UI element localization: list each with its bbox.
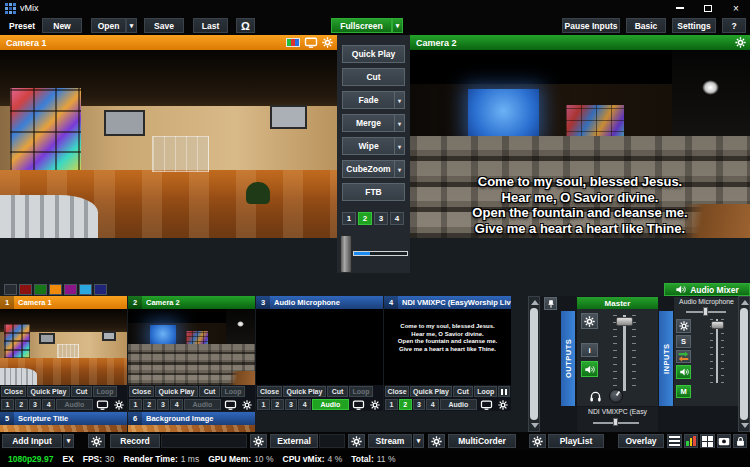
category-color-orange[interactable] — [49, 284, 62, 295]
wipe-dropdown-icon[interactable]: ▾ — [394, 138, 404, 154]
category-color-purple[interactable] — [64, 284, 77, 295]
quick-play-button[interactable]: Quick Play — [27, 386, 70, 397]
category-color-navy[interactable] — [94, 284, 107, 295]
fullscreen-monitor-icon[interactable] — [223, 399, 240, 410]
scrollbar-thumb[interactable] — [740, 308, 748, 420]
cut-button[interactable]: Cut — [199, 386, 220, 397]
gear-icon[interactable] — [112, 399, 126, 410]
position-1-button[interactable]: 1 — [257, 399, 270, 410]
cubezoom-button[interactable]: CubeZoom▾ — [342, 160, 405, 178]
pan-slider-handle[interactable] — [703, 307, 708, 316]
audio-levels-icon[interactable] — [684, 434, 698, 448]
headphones-icon[interactable]: Ω — [236, 18, 255, 33]
position-4-button[interactable]: 4 — [426, 399, 439, 410]
bus-routing-arrows-icon[interactable] — [676, 350, 691, 363]
category-color-none[interactable] — [4, 284, 17, 295]
pin-icon[interactable] — [544, 297, 557, 310]
input-thumbnail[interactable] — [256, 309, 383, 385]
position-4-button[interactable]: 4 — [170, 399, 183, 410]
loop-button[interactable]: Loop — [93, 386, 117, 397]
external-button[interactable]: External — [270, 434, 318, 448]
info-button[interactable]: i — [581, 343, 598, 357]
quick-play-button[interactable]: Quick Play — [155, 386, 198, 397]
pause-inputs-button[interactable]: Pause Inputs — [562, 18, 620, 33]
record-settings-gear-icon[interactable] — [88, 434, 105, 448]
lock-icon[interactable] — [733, 434, 747, 448]
input-header[interactable]: 2 Camera 2 — [128, 296, 255, 309]
position-3-button[interactable]: 3 — [285, 399, 298, 410]
master-bus-button[interactable]: M — [676, 385, 691, 398]
input-3-audio-microphone[interactable]: 3 Audio Microphone Close Quick Play Cut … — [256, 296, 383, 411]
scroll-up-icon[interactable] — [531, 300, 539, 305]
scroll-down-icon[interactable] — [531, 423, 539, 428]
input-header[interactable]: 4 NDI VMIXPC (EasyWorship Live) — [384, 296, 511, 309]
position-2-button-active[interactable]: 2 — [399, 399, 412, 410]
close-button[interactable]: Close — [1, 386, 26, 397]
mic-fader-handle[interactable] — [711, 321, 724, 329]
snapshot-icon[interactable] — [717, 434, 731, 448]
input-1-camera1[interactable]: 1 Camera 1 Close Quick Play Cut Loop 1 2… — [0, 296, 127, 411]
playlist-button[interactable]: PlayList — [548, 434, 604, 448]
input-thumbnail[interactable] — [0, 425, 127, 432]
save-button[interactable]: Save — [144, 18, 184, 33]
stream-button[interactable]: Stream — [368, 434, 412, 448]
category-color-green[interactable] — [34, 284, 47, 295]
fullscreen-button[interactable]: Fullscreen — [331, 18, 392, 33]
minimize-button[interactable] — [666, 0, 694, 16]
external-settings-gear-icon[interactable] — [250, 434, 267, 448]
position-3-button[interactable]: 3 — [157, 399, 170, 410]
headphone-volume-knob[interactable] — [609, 389, 623, 403]
fade-button[interactable]: Fade▾ — [342, 91, 405, 109]
multicorder-settings-gear-icon[interactable] — [428, 434, 445, 448]
help-button[interactable]: ? — [722, 18, 746, 33]
fullscreen-monitor-icon[interactable] — [479, 399, 496, 410]
master-fader-handle[interactable] — [616, 317, 633, 326]
preset-label[interactable]: Preset — [9, 21, 35, 31]
input-header[interactable]: 3 Audio Microphone — [256, 296, 383, 309]
transition-position-3[interactable]: 3 — [374, 212, 388, 225]
multiview-grid-icon[interactable] — [700, 434, 715, 448]
open-dropdown-icon[interactable]: ▾ — [126, 18, 137, 33]
preview-video[interactable] — [0, 50, 337, 238]
input-thumbnail[interactable] — [128, 309, 255, 385]
close-button[interactable]: Close — [257, 386, 282, 397]
overlay-button[interactable]: Overlay — [618, 434, 664, 448]
category-color-blue[interactable] — [79, 284, 92, 295]
fullscreen-dropdown-icon[interactable]: ▾ — [392, 18, 403, 33]
input-header[interactable]: 6 Background Image — [128, 412, 255, 425]
scrollbar-thumb[interactable] — [530, 308, 538, 420]
wipe-button[interactable]: Wipe▾ — [342, 137, 405, 155]
solo-button[interactable]: S — [676, 335, 691, 348]
program-video[interactable]: Come to my soul, blessed Jesus. Hear me,… — [410, 50, 750, 238]
cut-button[interactable]: Cut — [453, 386, 473, 397]
position-1-button[interactable]: 1 — [129, 399, 142, 410]
input-5-scripture-title[interactable]: 5 Scripture Title — [0, 412, 127, 432]
mixer-scrollbar[interactable] — [738, 296, 750, 432]
gear-icon[interactable] — [496, 399, 510, 410]
position-4-button[interactable]: 4 — [298, 399, 311, 410]
position-2-button[interactable]: 2 — [15, 399, 28, 410]
category-color-red[interactable] — [19, 284, 32, 295]
input-thumbnail[interactable] — [128, 425, 255, 432]
close-button[interactable]: Close — [129, 386, 154, 397]
tbar-track[interactable] — [353, 251, 408, 256]
cut-button[interactable]: Cut — [327, 386, 348, 397]
input-4-ndi-vmixpc[interactable]: 4 NDI VMIXPC (EasyWorship Live) Come to … — [384, 296, 511, 411]
scroll-up-icon[interactable] — [741, 300, 749, 305]
quick-play-button[interactable]: Quick Play — [283, 386, 326, 397]
input-2-camera2[interactable]: 2 Camera 2 Close Quick Play Cut Loop 1 2… — [128, 296, 255, 411]
master-fader-track[interactable] — [623, 315, 626, 391]
position-1-button[interactable]: 1 — [1, 399, 14, 410]
loop-button[interactable]: Loop — [474, 386, 497, 397]
position-1-button[interactable]: 1 — [385, 399, 398, 410]
quick-play-button[interactable]: Quick Play — [342, 45, 405, 63]
input-list-scrollbar[interactable] — [528, 296, 540, 432]
menu-icon[interactable] — [667, 434, 682, 448]
open-button[interactable]: Open — [91, 18, 126, 33]
transition-position-4[interactable]: 4 — [390, 212, 404, 225]
input-thumbnail[interactable] — [0, 309, 127, 385]
pause-icon[interactable] — [498, 386, 510, 397]
settings-button[interactable]: Settings — [672, 18, 716, 33]
mute-speaker-icon[interactable] — [676, 365, 691, 379]
fullscreen-monitor-icon[interactable] — [351, 399, 368, 410]
